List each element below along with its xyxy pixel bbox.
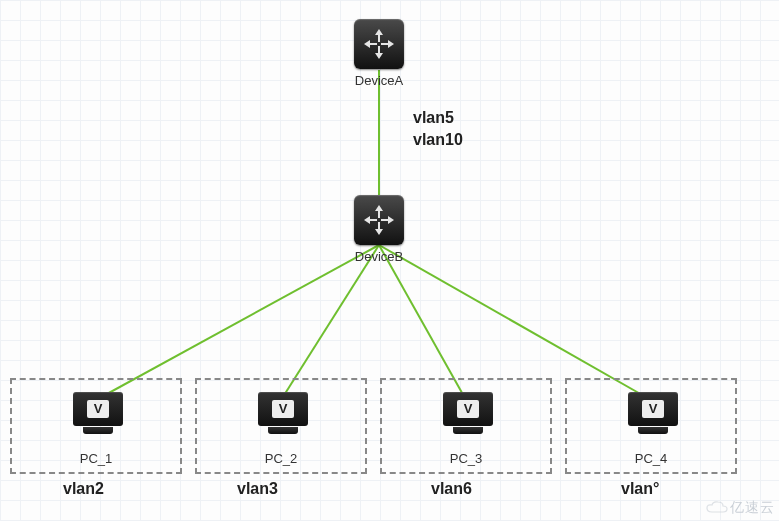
pc-icon: V	[443, 392, 493, 434]
vlan-label-4: vlan°	[621, 480, 659, 498]
pc3-label: PC_3	[382, 451, 550, 466]
switch-icon	[354, 19, 404, 69]
vlan-label-1: vlan2	[63, 480, 104, 498]
svg-marker-6	[364, 216, 377, 224]
pc4-label: PC_4	[567, 451, 735, 466]
trunk-vlan-label: vlan5 vlan10	[413, 107, 463, 151]
pc2-label: PC_2	[197, 451, 365, 466]
svg-marker-0	[375, 29, 383, 42]
pc-icon: V	[628, 392, 678, 434]
svg-marker-1	[375, 46, 383, 59]
device-b[interactable]: DeviceB	[354, 195, 404, 264]
pc-group-1[interactable]: V PC_1	[10, 378, 182, 474]
watermark: 亿速云	[706, 499, 775, 517]
svg-marker-5	[375, 222, 383, 235]
pc-group-4[interactable]: V PC_4	[565, 378, 737, 474]
svg-marker-7	[381, 216, 394, 224]
pc1-label: PC_1	[12, 451, 180, 466]
vlan-label-3: vlan6	[431, 480, 472, 498]
svg-marker-3	[381, 40, 394, 48]
switch-icon	[354, 195, 404, 245]
trunk-line1: vlan5	[413, 107, 463, 129]
trunk-line2: vlan10	[413, 129, 463, 151]
svg-marker-4	[375, 205, 383, 218]
pc-icon: V	[258, 392, 308, 434]
device-b-label: DeviceB	[354, 249, 404, 264]
vlan-label-2: vlan3	[237, 480, 278, 498]
pc-group-3[interactable]: V PC_3	[380, 378, 552, 474]
device-a-label: DeviceA	[354, 73, 404, 88]
svg-marker-2	[364, 40, 377, 48]
pc-icon: V	[73, 392, 123, 434]
pc-group-2[interactable]: V PC_2	[195, 378, 367, 474]
device-a[interactable]: DeviceA	[354, 19, 404, 88]
